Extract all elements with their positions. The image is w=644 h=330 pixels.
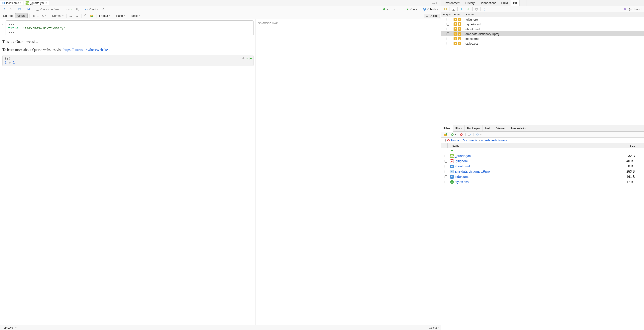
code-button[interactable]: </> — [40, 14, 48, 18]
breadcrumb-project[interactable]: amr-data-dictionary — [481, 139, 507, 142]
insert-menu[interactable]: Insert▾ — [115, 14, 126, 18]
file-row[interactable]: ⊕about.qmd58 B — [441, 164, 644, 169]
file-row[interactable]: Ramr-data-dictionary.Rproj253 B — [441, 169, 644, 174]
body-paragraph[interactable]: This is a Quarto website. — [2, 39, 254, 45]
tab-more[interactable]: T — [520, 0, 526, 6]
git-file-row[interactable]: ??.gitignore — [441, 17, 644, 22]
numbered-list-button[interactable]: 123 — [74, 14, 80, 18]
table-menu[interactable]: Table▾ — [130, 14, 141, 18]
render-button[interactable]: Render — [84, 7, 99, 11]
render-settings-button[interactable]: ▾ — [100, 7, 108, 11]
bold-button[interactable]: B — [32, 14, 36, 18]
body-paragraph[interactable]: To learn more about Quarto websites visi… — [2, 47, 254, 53]
format-menu[interactable]: Format▾ — [98, 14, 112, 18]
stage-checkbox[interactable] — [446, 28, 449, 30]
file-name[interactable]: .gitignore — [455, 159, 626, 163]
file-row[interactable]: ⊕index.qmd161 B — [441, 174, 644, 180]
run-button[interactable]: Run ▾ — [404, 7, 418, 11]
new-folder-button[interactable]: + — [443, 133, 448, 137]
git-diff-button[interactable] — [443, 7, 448, 11]
col-staged[interactable]: Staged — [441, 12, 452, 17]
tab-help[interactable]: Help — [483, 125, 494, 131]
col-status[interactable]: Status — [452, 12, 464, 17]
go-next-chunk-button[interactable]: ↓ — [397, 7, 401, 11]
stage-checkbox[interactable] — [446, 18, 449, 21]
file-checkbox[interactable] — [444, 154, 447, 157]
file-name[interactable]: styles.css — [455, 180, 626, 184]
file-tab-quarto-yml[interactable]: YML _quarto.yml × — [24, 1, 49, 6]
back-button[interactable] — [2, 7, 7, 11]
git-branch-label[interactable]: (no branch — [629, 8, 642, 11]
breadcrumb-documents[interactable]: Documents — [462, 139, 478, 142]
stage-checkbox[interactable] — [446, 23, 449, 26]
git-more-button[interactable]: ▾ — [482, 7, 490, 11]
image-button[interactable] — [89, 14, 94, 18]
git-file-row[interactable]: ??amr-data-dictionary.Rproj — [441, 31, 644, 36]
rename-button[interactable] — [467, 133, 472, 137]
publish-button[interactable]: Publish ▾ — [422, 7, 440, 11]
scope-selector[interactable]: (Top Level) ⇅ — [2, 326, 17, 329]
git-file-row[interactable]: ??styles.css — [441, 41, 644, 46]
doctype-selector[interactable]: Quarto ⇅ — [429, 326, 440, 329]
git-history-button[interactable] — [474, 7, 479, 11]
visual-mode-button[interactable]: Visual — [15, 13, 28, 18]
file-checkbox[interactable] — [444, 160, 447, 162]
italic-button[interactable]: I — [36, 14, 40, 18]
tab-git[interactable]: Git — [510, 0, 520, 6]
file-checkbox[interactable] — [444, 181, 447, 183]
select-all-checkbox[interactable] — [443, 139, 446, 142]
tab-files[interactable]: Files — [441, 125, 453, 132]
close-icon[interactable]: × — [46, 2, 47, 5]
code-chunk[interactable]: ⚙ ▾ ▶ {r} 1 + 1 — [2, 55, 254, 66]
render-on-save-toggle[interactable]: Render on Save — [35, 7, 61, 11]
file-name[interactable]: _quarto.yml — [455, 154, 626, 158]
col-name[interactable]: ▲Name — [448, 143, 628, 148]
stage-checkbox[interactable] — [446, 42, 449, 45]
col-path[interactable]: ▲Path — [464, 12, 644, 17]
minimize-pane-icon[interactable] — [432, 2, 436, 5]
tab-build[interactable]: Build — [499, 0, 510, 6]
file-row[interactable]: YML_quarto.yml232 B — [441, 153, 644, 158]
files-more-button[interactable]: ▾ — [475, 133, 483, 137]
git-file-row[interactable]: ??index.qmd — [441, 36, 644, 41]
tab-packages[interactable]: Packages — [464, 125, 483, 131]
tab-history[interactable]: History — [463, 0, 477, 6]
yaml-frontmatter[interactable]: ⌄ --- title: "amr-data-dictionary" --- — [6, 20, 254, 36]
stage-checkbox[interactable] — [446, 37, 449, 40]
file-row[interactable]: cssstyles.css17 B — [441, 180, 644, 185]
git-file-row[interactable]: ??_quarto.yml — [441, 22, 644, 27]
git-push-button[interactable] — [466, 7, 471, 11]
editor-content[interactable]: ⌄ --- title: "amr-data-dictionary" --- T… — [0, 19, 256, 325]
body-link[interactable]: https://quarto.org/docs/websites — [64, 48, 109, 52]
link-button[interactable] — [83, 14, 89, 18]
block-format-dropdown[interactable]: Normal▾ — [51, 14, 64, 18]
tab-presentation[interactable]: Presentatio — [508, 125, 528, 131]
file-tab-index[interactable]: index.qmd × — [0, 1, 24, 6]
run-previous-icon[interactable]: ▾ — [246, 56, 248, 60]
git-branch-icon[interactable] — [622, 7, 628, 11]
file-checkbox[interactable] — [444, 176, 447, 178]
delete-button[interactable] — [458, 133, 464, 137]
bullet-list-button[interactable] — [68, 14, 74, 18]
home-icon[interactable] — [447, 138, 450, 142]
tab-viewer[interactable]: Viewer — [494, 125, 508, 131]
source-mode-button[interactable]: Source — [1, 13, 15, 18]
tab-environment[interactable]: Environment — [441, 0, 463, 6]
stage-checkbox[interactable] — [446, 32, 449, 35]
chunk-settings-icon[interactable]: ⚙ — [242, 56, 244, 60]
file-name[interactable]: amr-data-dictionary.Rproj — [455, 170, 626, 174]
spellcheck-button[interactable]: ABC✓ — [64, 7, 74, 11]
git-commit-button[interactable]: ✓ — [451, 8, 456, 11]
file-name[interactable]: about.qmd — [455, 164, 626, 168]
git-file-row[interactable]: ??about.qmd — [441, 27, 644, 31]
run-chunk-icon[interactable]: ▶ — [250, 56, 252, 60]
tab-plots[interactable]: Plots — [453, 125, 464, 131]
breadcrumb-home[interactable]: Home — [451, 139, 459, 142]
show-in-new-window-button[interactable] — [17, 7, 22, 11]
file-row[interactable]: ◆.gitignore40 B — [441, 158, 644, 164]
git-pull-button[interactable] — [459, 7, 464, 11]
new-file-button[interactable]: ▾ — [450, 133, 457, 137]
file-name[interactable]: index.qmd — [455, 175, 626, 179]
col-size[interactable]: Size — [628, 143, 644, 148]
parent-dir-row[interactable]: .. — [441, 148, 644, 153]
